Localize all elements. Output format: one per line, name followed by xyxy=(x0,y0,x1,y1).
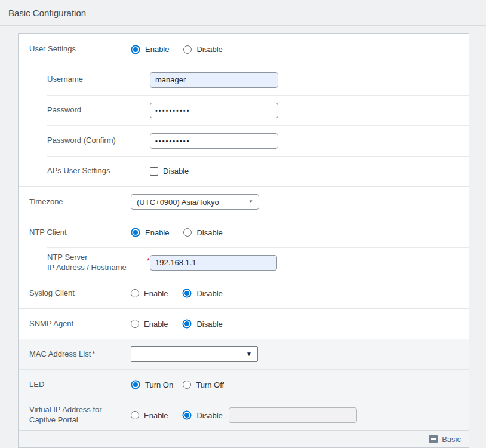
virtual-ip-disable-option: Disable xyxy=(182,410,222,420)
row-username: Username manager xyxy=(19,65,469,95)
mac-address-list-select[interactable]: ▼ xyxy=(131,346,258,362)
row-ntp-server: NTP Server IP Address / Hostname * 192.1… xyxy=(19,247,469,278)
syslog-disable-option: Disable xyxy=(182,289,236,298)
required-asterisk: * xyxy=(147,256,150,266)
user-settings-disable-radio[interactable] xyxy=(183,45,192,54)
basic-section-link[interactable]: Basic xyxy=(442,435,461,444)
chevron-down-icon: ▼ xyxy=(248,200,253,204)
ntp-server-label-line2: IP Address / Hostname xyxy=(47,263,127,272)
ntp-client-enable-radio[interactable] xyxy=(131,228,140,237)
syslog-enable-option: Enable xyxy=(131,289,182,298)
snmp-agent-label: SNMP Agent xyxy=(29,319,131,329)
password-label: Password xyxy=(47,105,150,115)
row-ntp-client: NTP Client Enable Disable xyxy=(19,217,469,247)
virtual-ip-enable-label[interactable]: Enable xyxy=(144,411,168,420)
username-input[interactable]: manager xyxy=(150,72,278,88)
user-settings-disable-option: Disable xyxy=(183,45,236,54)
snmp-enable-radio[interactable] xyxy=(131,320,139,328)
aps-disable-option: Disable xyxy=(150,167,203,176)
row-aps-user-settings: APs User Settings Disable xyxy=(19,156,469,186)
required-asterisk: * xyxy=(92,349,95,358)
syslog-disable-radio[interactable] xyxy=(182,289,192,298)
user-settings-enable-option: Enable xyxy=(131,45,183,54)
row-syslog-client: Syslog Client Enable Disable xyxy=(19,278,469,308)
aps-user-settings-label: APs User Settings xyxy=(47,166,150,176)
virtual-ip-disable-radio[interactable] xyxy=(182,410,192,420)
virtual-ip-input[interactable] xyxy=(229,407,357,423)
snmp-enable-option: Enable xyxy=(131,320,182,329)
ntp-client-label: NTP Client xyxy=(29,228,131,238)
chevron-down-icon: ▼ xyxy=(246,351,252,357)
row-password: Password •••••••••• xyxy=(19,95,469,125)
row-snmp-agent: SNMP Agent Enable Disable xyxy=(19,308,469,339)
password-confirm-input[interactable]: •••••••••• xyxy=(150,133,278,149)
timezone-selected-value: (UTC+0900) Asia/Tokyo xyxy=(137,198,219,207)
row-password-confirm: Password (Confirm) •••••••••• xyxy=(19,125,469,156)
syslog-disable-label[interactable]: Disable xyxy=(196,289,222,298)
page-title: Basic Configuration xyxy=(0,0,486,18)
led-turn-on-radio[interactable] xyxy=(131,380,140,389)
row-led: LED Turn On Turn Off xyxy=(19,369,469,400)
virtual-ip-disable-label[interactable]: Disable xyxy=(196,411,222,420)
user-settings-enable-radio[interactable] xyxy=(131,45,140,54)
ntp-client-disable-label[interactable]: Disable xyxy=(196,228,222,237)
collapse-minus-icon[interactable] xyxy=(429,435,438,443)
timezone-label: Timezone xyxy=(29,197,131,207)
user-settings-disable-label[interactable]: Disable xyxy=(196,45,222,54)
ntp-server-label: NTP Server IP Address / Hostname * xyxy=(47,253,150,273)
virtual-ip-enable-option: Enable xyxy=(131,411,182,420)
ntp-client-disable-option: Disable xyxy=(183,228,236,237)
virtual-ip-enable-radio[interactable] xyxy=(131,411,139,419)
timezone-select[interactable]: (UTC+0900) Asia/Tokyo ▼ xyxy=(131,194,259,210)
virtual-ip-label-line1: Virtual IP Address for xyxy=(29,405,102,414)
aps-disable-label[interactable]: Disable xyxy=(163,167,189,176)
row-timezone: Timezone (UTC+0900) Asia/Tokyo ▼ xyxy=(19,186,469,217)
username-label: Username xyxy=(47,75,150,85)
user-settings-label: User Settings xyxy=(29,44,131,54)
mac-address-list-label: MAC Address List* xyxy=(29,349,131,360)
row-mac-address-list: MAC Address List* ▼ xyxy=(19,339,469,369)
led-turn-off-label[interactable]: Turn Off xyxy=(196,381,224,389)
led-turn-on-label[interactable]: Turn On xyxy=(145,381,173,389)
section-footer-bar: Basic xyxy=(19,430,469,447)
ntp-client-disable-radio[interactable] xyxy=(183,228,192,237)
syslog-enable-radio[interactable] xyxy=(131,289,139,297)
led-label: LED xyxy=(29,380,131,390)
ntp-server-label-line1: NTP Server xyxy=(47,253,88,262)
title-divider xyxy=(0,25,486,26)
virtual-ip-label: Virtual IP Address for Captive Portal xyxy=(29,405,131,425)
password-confirm-label: Password (Confirm) xyxy=(47,136,150,146)
snmp-disable-option: Disable xyxy=(182,319,236,329)
virtual-ip-label-line2: Captive Portal xyxy=(29,415,78,424)
led-turn-on-option: Turn On xyxy=(131,380,183,389)
led-turn-off-radio[interactable] xyxy=(183,381,191,389)
led-turn-off-option: Turn Off xyxy=(183,381,238,389)
aps-disable-checkbox[interactable] xyxy=(150,167,158,176)
password-input[interactable]: •••••••••• xyxy=(150,103,278,118)
row-user-settings: User Settings Enable Disable xyxy=(19,34,469,65)
snmp-disable-label[interactable]: Disable xyxy=(196,320,222,329)
syslog-client-label: Syslog Client xyxy=(29,289,131,299)
basic-configuration-panel: User Settings Enable Disable Username ma… xyxy=(18,33,469,448)
ntp-client-enable-option: Enable xyxy=(131,228,183,237)
syslog-enable-label[interactable]: Enable xyxy=(144,289,168,298)
user-settings-enable-label[interactable]: Enable xyxy=(145,45,169,54)
ntp-server-input[interactable]: 192.168.1.1 xyxy=(150,255,277,271)
ntp-client-enable-label[interactable]: Enable xyxy=(145,228,169,237)
snmp-enable-label[interactable]: Enable xyxy=(144,320,168,329)
row-virtual-ip: Virtual IP Address for Captive Portal En… xyxy=(19,400,469,430)
snmp-disable-radio[interactable] xyxy=(182,319,192,329)
